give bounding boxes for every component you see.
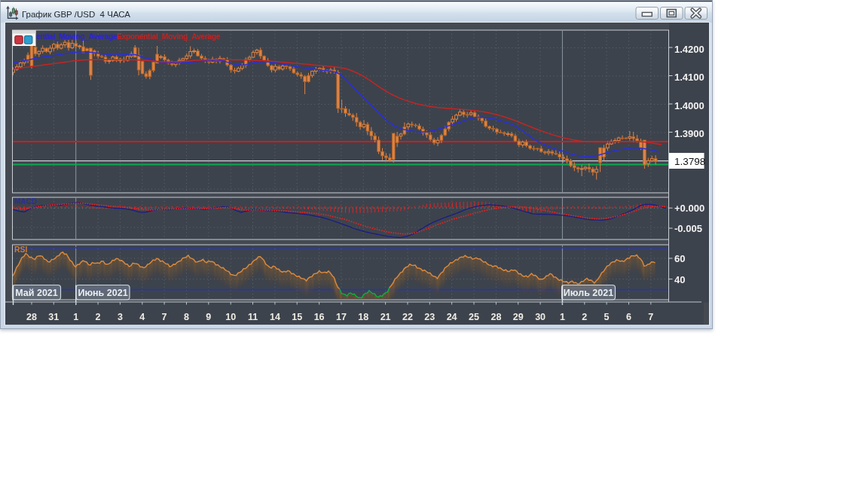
svg-text:15: 15 [292, 312, 302, 322]
svg-text:28: 28 [491, 312, 501, 322]
svg-text:7: 7 [648, 312, 653, 322]
svg-text:25: 25 [469, 312, 479, 322]
svg-text:17: 17 [336, 312, 347, 322]
svg-text:11: 11 [248, 312, 258, 322]
svg-text:2: 2 [96, 312, 101, 322]
svg-text:Exponential_Moving_Average: Exponential_Moving_Average [117, 32, 221, 41]
svg-text:1.4100: 1.4100 [674, 72, 704, 83]
svg-text:1: 1 [73, 312, 78, 322]
svg-text:1.4000: 1.4000 [674, 100, 704, 111]
svg-text:Июнь 2021: Июнь 2021 [78, 288, 127, 298]
svg-text:28: 28 [26, 312, 37, 322]
svg-text:Июль 2021: Июль 2021 [564, 288, 613, 298]
svg-text:29: 29 [513, 312, 524, 322]
svg-text:21: 21 [381, 312, 391, 322]
svg-text:1.4200: 1.4200 [674, 44, 704, 55]
svg-text:5: 5 [604, 312, 610, 322]
svg-text:30: 30 [535, 312, 546, 322]
svg-text:18: 18 [358, 312, 368, 322]
svg-text:8: 8 [184, 312, 189, 322]
svg-text:3: 3 [118, 312, 123, 322]
svg-text:24: 24 [447, 312, 457, 322]
svg-text:Май 2021: Май 2021 [15, 288, 58, 298]
svg-text:2: 2 [582, 312, 587, 322]
svg-text:10: 10 [225, 312, 236, 322]
svg-text:+0.000: +0.000 [674, 203, 704, 214]
svg-text:1.3900: 1.3900 [674, 128, 704, 139]
svg-text:7: 7 [162, 312, 167, 322]
svg-text:6: 6 [626, 312, 631, 322]
svg-text:40: 40 [674, 274, 685, 285]
svg-text:31: 31 [48, 312, 59, 322]
svg-text:22: 22 [402, 312, 413, 322]
svg-text:9: 9 [206, 312, 211, 322]
svg-text:16: 16 [314, 312, 325, 322]
svg-text:-0.005: -0.005 [674, 223, 702, 234]
svg-text:60: 60 [674, 253, 685, 264]
svg-text:14: 14 [270, 312, 280, 322]
svg-text:1.3798: 1.3798 [674, 156, 705, 167]
svg-text:RSI: RSI [14, 245, 28, 254]
svg-text:График GBP /USD 4 ЧАСА: График GBP /USD 4 ЧАСА [22, 10, 130, 19]
svg-text:4: 4 [139, 312, 145, 322]
svg-text:1: 1 [560, 312, 565, 322]
svg-text:23: 23 [424, 312, 435, 322]
svg-text:ential_Moving_Average: ential_Moving_Average [36, 32, 118, 41]
svg-text:MACD: MACD [14, 197, 37, 206]
